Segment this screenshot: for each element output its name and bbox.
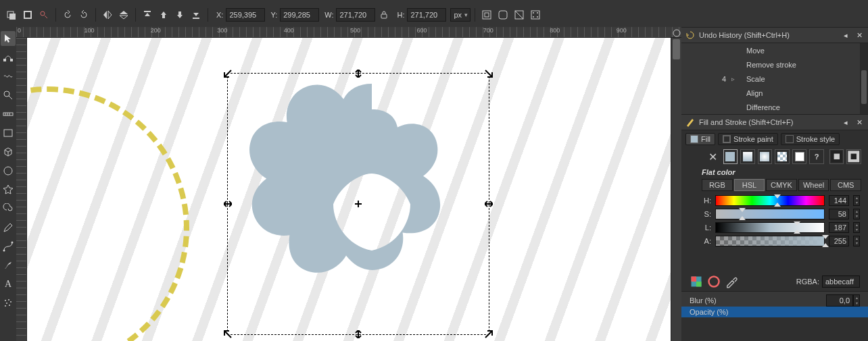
scale-corners-icon[interactable]	[496, 7, 510, 22]
resize-handle-t[interactable]	[354, 70, 362, 78]
blur-spinner[interactable]: ▴▾	[853, 294, 860, 307]
move-gradients-icon[interactable]	[512, 7, 527, 22]
resize-handle-tl[interactable]	[224, 70, 232, 78]
scrollbar-thumb[interactable]	[673, 39, 680, 59]
light-slider[interactable]	[715, 222, 825, 233]
swatch-icon[interactable]	[792, 149, 807, 164]
unknown-paint-icon[interactable]: ?	[809, 149, 824, 164]
no-paint-icon[interactable]: ✕	[706, 149, 721, 164]
lower-to-bottom-icon[interactable]	[189, 7, 203, 22]
tweak-tool-icon[interactable]	[1, 69, 16, 84]
rgba-field[interactable]: abbecaff	[822, 276, 860, 288]
history-item[interactable]: Difference	[681, 100, 868, 114]
lower-icon[interactable]	[172, 7, 187, 22]
alpha-spinner[interactable]: ▴▾	[853, 236, 860, 246]
y-field[interactable]: 299,285	[280, 8, 319, 22]
rotate-cw-icon[interactable]	[76, 7, 91, 22]
calligraphy-tool-icon[interactable]	[1, 258, 16, 273]
light-spinner[interactable]: ▴▾	[853, 222, 860, 233]
opacity-row[interactable]: Opacity (%)	[681, 307, 868, 317]
fill-rule-evenodd-icon[interactable]	[846, 149, 861, 164]
circle-tool-icon[interactable]	[1, 163, 16, 178]
canvas[interactable]	[27, 38, 671, 341]
undo-history-list[interactable]: Move Remove stroke 4▹Scale Align Differe…	[681, 43, 868, 114]
panel-menu-icon[interactable]: ◂	[841, 117, 850, 127]
spray-tool-icon[interactable]	[1, 296, 16, 311]
horizontal-ruler[interactable]: 0100200300400500600700800900	[16, 27, 681, 38]
measure-tool-icon[interactable]	[1, 107, 16, 122]
star-tool-icon[interactable]	[1, 182, 16, 197]
h-field[interactable]: 271,720	[407, 8, 446, 22]
raise-to-top-icon[interactable]	[140, 7, 155, 22]
resize-handle-b[interactable]	[354, 330, 362, 338]
mode-cms[interactable]: CMS	[830, 179, 861, 191]
flat-color-icon[interactable]	[723, 149, 738, 164]
light-value[interactable]: 187	[829, 222, 849, 233]
raise-icon[interactable]	[156, 7, 171, 22]
history-item[interactable]: Align	[681, 86, 868, 100]
selection-bounding-box[interactable]	[227, 73, 489, 335]
out-of-gamut-icon[interactable]	[707, 275, 721, 288]
blur-value[interactable]: 0,0	[826, 294, 853, 307]
panel-menu-icon[interactable]: ◂	[841, 30, 850, 40]
tab-fill[interactable]: Fill	[685, 133, 715, 145]
select-all-layers-icon[interactable]	[20, 7, 35, 22]
history-item[interactable]: 4▹Scale	[681, 72, 868, 86]
sat-value[interactable]: 58	[829, 209, 849, 219]
spiral-tool-icon[interactable]	[1, 201, 16, 216]
zoom-tool-icon[interactable]	[1, 88, 16, 103]
flip-vertical-icon[interactable]	[116, 7, 131, 22]
panel-close-icon[interactable]: ✕	[854, 30, 864, 40]
node-tool-icon[interactable]	[1, 50, 16, 65]
resize-handle-br[interactable]	[485, 330, 493, 338]
x-field[interactable]: 259,395	[226, 8, 265, 22]
color-managed-icon[interactable]	[690, 275, 703, 288]
pencil-tool-icon[interactable]	[1, 220, 16, 235]
radial-gradient-icon[interactable]	[758, 149, 773, 164]
history-scrollbar[interactable]	[860, 43, 868, 114]
scale-stroke-icon[interactable]	[479, 7, 494, 22]
move-patterns-icon[interactable]	[528, 7, 543, 22]
w-field[interactable]: 271,720	[336, 8, 375, 22]
sat-spinner[interactable]: ▴▾	[853, 209, 860, 219]
layers-icon[interactable]	[4, 7, 19, 22]
mode-hsl[interactable]: HSL	[734, 179, 765, 191]
quick-zoom-icon[interactable]	[671, 28, 682, 38]
tab-stroke-style[interactable]: Stroke style	[781, 133, 840, 145]
bezier-tool-icon[interactable]	[1, 239, 16, 254]
3dbox-tool-icon[interactable]	[1, 145, 16, 159]
resize-handle-l[interactable]	[224, 200, 232, 208]
fill-rule-icon[interactable]	[829, 149, 844, 164]
vertical-ruler[interactable]	[16, 38, 27, 341]
text-tool-icon[interactable]: A	[1, 277, 16, 292]
linear-gradient-icon[interactable]	[740, 149, 755, 164]
alpha-value[interactable]: 255	[829, 236, 849, 246]
alpha-slider[interactable]	[715, 236, 825, 246]
hue-value[interactable]: 144	[829, 195, 849, 206]
rotate-ccw-icon[interactable]	[60, 7, 75, 22]
history-item[interactable]: Move	[681, 43, 868, 57]
panel-close-icon[interactable]: ✕	[854, 117, 864, 127]
hue-slider[interactable]	[715, 195, 825, 206]
pattern-icon[interactable]	[775, 149, 790, 164]
fill-stroke-header[interactable]: Fill and Stroke (Shift+Ctrl+F) ◂ ✕	[681, 114, 868, 130]
selector-tool-icon[interactable]	[1, 31, 16, 46]
tab-stroke-paint[interactable]: Stroke paint	[718, 133, 778, 145]
mode-rgb[interactable]: RGB	[702, 179, 733, 191]
lock-aspect-icon[interactable]	[377, 7, 391, 22]
resize-handle-r[interactable]	[485, 200, 493, 208]
resize-handle-bl[interactable]	[224, 330, 232, 338]
unit-select[interactable]: px	[450, 8, 471, 22]
flip-horizontal-icon[interactable]	[100, 7, 115, 22]
mode-cmyk[interactable]: CMYK	[766, 179, 797, 191]
deselect-icon[interactable]	[37, 7, 51, 22]
undo-history-header[interactable]: Undo History (Shift+Ctrl+H) ◂ ✕	[681, 27, 868, 43]
canvas-vertical-scrollbar[interactable]	[671, 38, 681, 341]
sat-slider[interactable]	[715, 209, 825, 219]
hue-spinner[interactable]: ▴▾	[853, 195, 860, 206]
history-item[interactable]: Remove stroke	[681, 57, 868, 72]
resize-handle-tr[interactable]	[485, 70, 493, 78]
mode-wheel[interactable]: Wheel	[798, 179, 829, 191]
rect-tool-icon[interactable]	[1, 126, 16, 140]
pick-color-icon[interactable]	[725, 275, 738, 288]
